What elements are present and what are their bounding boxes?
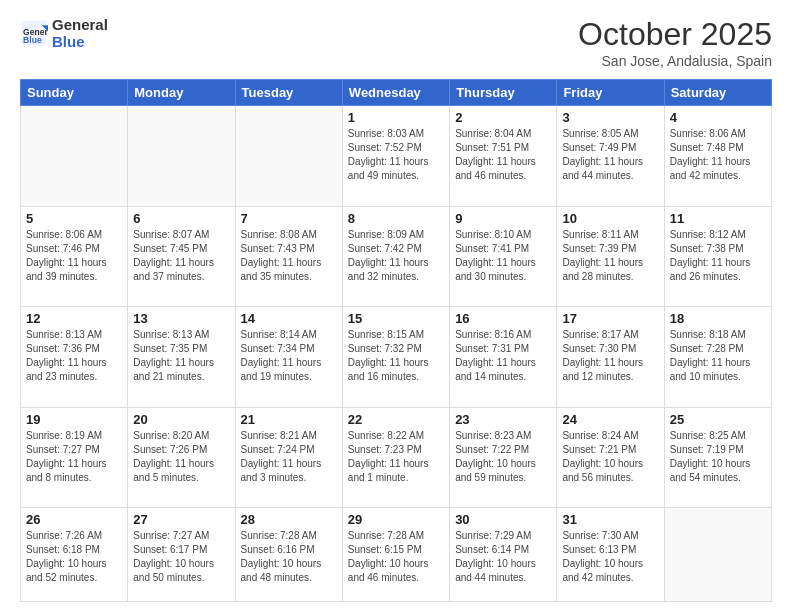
- day-info: Sunrise: 8:06 AMSunset: 7:46 PMDaylight:…: [26, 228, 122, 284]
- day-number: 12: [26, 311, 122, 326]
- calendar-cell: 29Sunrise: 7:28 AMSunset: 6:15 PMDayligh…: [342, 508, 449, 602]
- day-number: 21: [241, 412, 337, 427]
- day-number: 7: [241, 211, 337, 226]
- calendar-cell: 13Sunrise: 8:13 AMSunset: 7:35 PMDayligh…: [128, 307, 235, 408]
- day-number: 22: [348, 412, 444, 427]
- day-info: Sunrise: 8:18 AMSunset: 7:28 PMDaylight:…: [670, 328, 766, 384]
- calendar-cell: 24Sunrise: 8:24 AMSunset: 7:21 PMDayligh…: [557, 407, 664, 508]
- col-friday: Friday: [557, 80, 664, 106]
- day-info: Sunrise: 8:10 AMSunset: 7:41 PMDaylight:…: [455, 228, 551, 284]
- calendar-header-row: Sunday Monday Tuesday Wednesday Thursday…: [21, 80, 772, 106]
- calendar-cell: 21Sunrise: 8:21 AMSunset: 7:24 PMDayligh…: [235, 407, 342, 508]
- day-number: 31: [562, 512, 658, 527]
- day-info: Sunrise: 8:21 AMSunset: 7:24 PMDaylight:…: [241, 429, 337, 485]
- day-info: Sunrise: 7:28 AMSunset: 6:15 PMDaylight:…: [348, 529, 444, 585]
- day-number: 19: [26, 412, 122, 427]
- calendar-cell: 20Sunrise: 8:20 AMSunset: 7:26 PMDayligh…: [128, 407, 235, 508]
- calendar-cell: 11Sunrise: 8:12 AMSunset: 7:38 PMDayligh…: [664, 206, 771, 307]
- header-right: October 2025 San Jose, Andalusia, Spain: [578, 16, 772, 69]
- logo-icon: General Blue: [20, 19, 48, 47]
- day-info: Sunrise: 8:05 AMSunset: 7:49 PMDaylight:…: [562, 127, 658, 183]
- calendar-cell: 2Sunrise: 8:04 AMSunset: 7:51 PMDaylight…: [450, 106, 557, 207]
- month-title: October 2025: [578, 16, 772, 53]
- logo-blue-text: Blue: [52, 33, 108, 50]
- logo: General Blue General Blue: [20, 16, 108, 51]
- day-info: Sunrise: 8:08 AMSunset: 7:43 PMDaylight:…: [241, 228, 337, 284]
- calendar-cell: 18Sunrise: 8:18 AMSunset: 7:28 PMDayligh…: [664, 307, 771, 408]
- calendar-cell: 27Sunrise: 7:27 AMSunset: 6:17 PMDayligh…: [128, 508, 235, 602]
- day-number: 26: [26, 512, 122, 527]
- svg-text:Blue: Blue: [23, 35, 42, 45]
- day-number: 25: [670, 412, 766, 427]
- calendar-cell: 26Sunrise: 7:26 AMSunset: 6:18 PMDayligh…: [21, 508, 128, 602]
- calendar-cell: 6Sunrise: 8:07 AMSunset: 7:45 PMDaylight…: [128, 206, 235, 307]
- day-number: 6: [133, 211, 229, 226]
- calendar-cell: [235, 106, 342, 207]
- calendar-cell: 16Sunrise: 8:16 AMSunset: 7:31 PMDayligh…: [450, 307, 557, 408]
- col-saturday: Saturday: [664, 80, 771, 106]
- day-info: Sunrise: 8:20 AMSunset: 7:26 PMDaylight:…: [133, 429, 229, 485]
- location: San Jose, Andalusia, Spain: [578, 53, 772, 69]
- calendar-cell: 15Sunrise: 8:15 AMSunset: 7:32 PMDayligh…: [342, 307, 449, 408]
- col-thursday: Thursday: [450, 80, 557, 106]
- calendar-cell: 14Sunrise: 8:14 AMSunset: 7:34 PMDayligh…: [235, 307, 342, 408]
- day-number: 27: [133, 512, 229, 527]
- calendar-cell: 19Sunrise: 8:19 AMSunset: 7:27 PMDayligh…: [21, 407, 128, 508]
- calendar-week-3: 19Sunrise: 8:19 AMSunset: 7:27 PMDayligh…: [21, 407, 772, 508]
- calendar-cell: 4Sunrise: 8:06 AMSunset: 7:48 PMDaylight…: [664, 106, 771, 207]
- day-info: Sunrise: 8:07 AMSunset: 7:45 PMDaylight:…: [133, 228, 229, 284]
- day-number: 29: [348, 512, 444, 527]
- day-number: 10: [562, 211, 658, 226]
- day-number: 14: [241, 311, 337, 326]
- day-info: Sunrise: 8:06 AMSunset: 7:48 PMDaylight:…: [670, 127, 766, 183]
- day-info: Sunrise: 7:29 AMSunset: 6:14 PMDaylight:…: [455, 529, 551, 585]
- day-number: 30: [455, 512, 551, 527]
- calendar-cell: 5Sunrise: 8:06 AMSunset: 7:46 PMDaylight…: [21, 206, 128, 307]
- day-info: Sunrise: 8:17 AMSunset: 7:30 PMDaylight:…: [562, 328, 658, 384]
- day-number: 23: [455, 412, 551, 427]
- calendar-cell: [21, 106, 128, 207]
- day-info: Sunrise: 8:12 AMSunset: 7:38 PMDaylight:…: [670, 228, 766, 284]
- day-number: 16: [455, 311, 551, 326]
- day-number: 8: [348, 211, 444, 226]
- calendar-cell: 10Sunrise: 8:11 AMSunset: 7:39 PMDayligh…: [557, 206, 664, 307]
- calendar-cell: 31Sunrise: 7:30 AMSunset: 6:13 PMDayligh…: [557, 508, 664, 602]
- header: General Blue General Blue October 2025 S…: [20, 16, 772, 69]
- calendar-cell: 23Sunrise: 8:23 AMSunset: 7:22 PMDayligh…: [450, 407, 557, 508]
- calendar-cell: 12Sunrise: 8:13 AMSunset: 7:36 PMDayligh…: [21, 307, 128, 408]
- day-number: 9: [455, 211, 551, 226]
- col-tuesday: Tuesday: [235, 80, 342, 106]
- day-info: Sunrise: 8:25 AMSunset: 7:19 PMDaylight:…: [670, 429, 766, 485]
- day-info: Sunrise: 8:23 AMSunset: 7:22 PMDaylight:…: [455, 429, 551, 485]
- day-info: Sunrise: 8:11 AMSunset: 7:39 PMDaylight:…: [562, 228, 658, 284]
- calendar-cell: 30Sunrise: 7:29 AMSunset: 6:14 PMDayligh…: [450, 508, 557, 602]
- calendar-cell: [664, 508, 771, 602]
- calendar-cell: 17Sunrise: 8:17 AMSunset: 7:30 PMDayligh…: [557, 307, 664, 408]
- day-number: 24: [562, 412, 658, 427]
- day-number: 1: [348, 110, 444, 125]
- calendar-cell: 28Sunrise: 7:28 AMSunset: 6:16 PMDayligh…: [235, 508, 342, 602]
- calendar-table: Sunday Monday Tuesday Wednesday Thursday…: [20, 79, 772, 602]
- col-wednesday: Wednesday: [342, 80, 449, 106]
- day-info: Sunrise: 7:28 AMSunset: 6:16 PMDaylight:…: [241, 529, 337, 585]
- day-info: Sunrise: 7:27 AMSunset: 6:17 PMDaylight:…: [133, 529, 229, 585]
- calendar-cell: 25Sunrise: 8:25 AMSunset: 7:19 PMDayligh…: [664, 407, 771, 508]
- day-number: 13: [133, 311, 229, 326]
- day-number: 3: [562, 110, 658, 125]
- day-number: 5: [26, 211, 122, 226]
- day-info: Sunrise: 8:14 AMSunset: 7:34 PMDaylight:…: [241, 328, 337, 384]
- calendar-cell: 3Sunrise: 8:05 AMSunset: 7:49 PMDaylight…: [557, 106, 664, 207]
- calendar-cell: 22Sunrise: 8:22 AMSunset: 7:23 PMDayligh…: [342, 407, 449, 508]
- day-info: Sunrise: 8:04 AMSunset: 7:51 PMDaylight:…: [455, 127, 551, 183]
- day-info: Sunrise: 8:24 AMSunset: 7:21 PMDaylight:…: [562, 429, 658, 485]
- col-sunday: Sunday: [21, 80, 128, 106]
- calendar-week-2: 12Sunrise: 8:13 AMSunset: 7:36 PMDayligh…: [21, 307, 772, 408]
- calendar-cell: 8Sunrise: 8:09 AMSunset: 7:42 PMDaylight…: [342, 206, 449, 307]
- day-number: 15: [348, 311, 444, 326]
- day-info: Sunrise: 8:13 AMSunset: 7:35 PMDaylight:…: [133, 328, 229, 384]
- calendar-cell: 7Sunrise: 8:08 AMSunset: 7:43 PMDaylight…: [235, 206, 342, 307]
- calendar-cell: 9Sunrise: 8:10 AMSunset: 7:41 PMDaylight…: [450, 206, 557, 307]
- day-info: Sunrise: 7:26 AMSunset: 6:18 PMDaylight:…: [26, 529, 122, 585]
- day-number: 11: [670, 211, 766, 226]
- day-info: Sunrise: 8:16 AMSunset: 7:31 PMDaylight:…: [455, 328, 551, 384]
